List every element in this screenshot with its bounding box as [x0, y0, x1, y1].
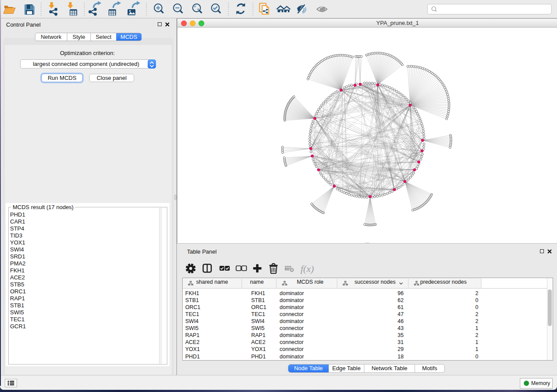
svg-text:f(x): f(x) [301, 263, 314, 274]
